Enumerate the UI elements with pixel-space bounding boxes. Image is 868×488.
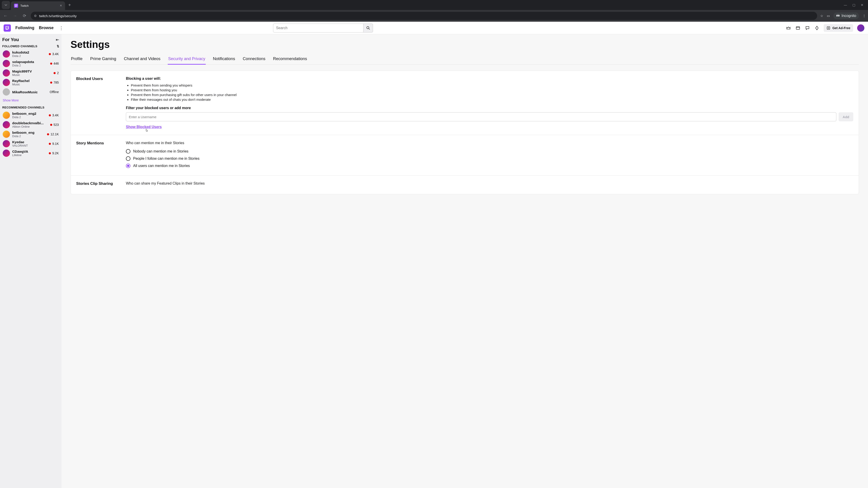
svg-point-0 — [367, 26, 369, 29]
bookmark-icon[interactable]: ☆ — [820, 14, 823, 18]
channel-name: RayRachel — [12, 79, 48, 83]
bits-icon[interactable] — [814, 25, 819, 31]
radio-icon — [126, 164, 130, 168]
search-button[interactable] — [364, 24, 373, 33]
blocking-effect-item: Prevent them from purchasing gift subs f… — [131, 92, 853, 97]
panel-icon[interactable]: ▭ — [827, 14, 830, 18]
live-dot-icon — [49, 114, 51, 116]
url-input[interactable]: ⚙ twitch.tv/settings/security — [31, 12, 817, 20]
channel-game: Dota 2 — [12, 134, 45, 138]
back-button[interactable]: ← — [2, 13, 8, 19]
story-mentions-section: Story Mentions Who can mention me in the… — [71, 135, 859, 175]
story-mention-option[interactable]: People I follow can mention me in Storie… — [126, 155, 853, 162]
new-tab-button[interactable]: + — [66, 2, 73, 8]
site-info-icon[interactable]: ⚙ — [34, 14, 37, 18]
channel-item[interactable]: RayRachel Music 785 — [2, 78, 59, 87]
channel-status: 446 — [50, 62, 59, 65]
channel-item[interactable]: solapsapdota Dota 2 446 — [2, 59, 59, 68]
nav-following[interactable]: Following — [16, 26, 34, 30]
channel-status: 3.4K — [49, 113, 59, 117]
browser-tab[interactable]: Twitch × — [11, 1, 65, 10]
tab-profile[interactable]: Profile — [70, 54, 83, 64]
channel-item[interactable]: betboom_eng Dota 2 12.1K — [2, 129, 59, 139]
viewer-count: 12.1K — [51, 132, 59, 136]
channel-item[interactable]: kukudota2 Dota 2 3.4K — [2, 49, 59, 59]
incognito-badge[interactable]: 🕶 Incognito — [833, 12, 859, 19]
maximize-button[interactable]: ▢ — [852, 3, 855, 7]
minimize-button[interactable]: ― — [844, 3, 847, 7]
channel-item[interactable]: Kyedae VALORANT 9.1K — [2, 139, 59, 149]
tab-notifications[interactable]: Notifications — [213, 54, 236, 64]
followed-channels-heading: FOLLOWED CHANNELS — [2, 44, 37, 48]
channel-item[interactable]: CDawgVA Lifeline 9.2K — [2, 149, 59, 158]
svg-rect-1 — [796, 27, 800, 29]
close-window-button[interactable]: ✕ — [861, 3, 864, 7]
tab-recommendations[interactable]: Recommendations — [273, 54, 307, 64]
radio-icon — [126, 156, 130, 161]
channel-item[interactable]: doublebacknvalbi... Albion Online 523 — [2, 120, 59, 129]
live-dot-icon — [49, 152, 51, 154]
get-ad-free-button[interactable]: Get Ad-Free — [824, 24, 853, 32]
live-dot-icon — [47, 133, 49, 135]
search-wrap — [273, 24, 373, 33]
adfree-label: Get Ad-Free — [832, 26, 850, 30]
tab-prime-gaming[interactable]: Prime Gaming — [90, 54, 117, 64]
viewer-count: 9.1K — [52, 142, 59, 145]
channel-status: Offline — [50, 90, 59, 94]
user-avatar[interactable] — [857, 24, 864, 32]
show-blocked-users-link[interactable]: Show Blocked Users — [126, 125, 162, 129]
add-blocked-button[interactable]: Add — [839, 112, 853, 121]
twitch-logo[interactable] — [4, 24, 11, 32]
channel-name: kukudota2 — [12, 51, 46, 54]
channel-name: doublebacknvalbi... — [12, 121, 48, 125]
search-input[interactable] — [273, 24, 364, 33]
nav-browse[interactable]: Browse — [39, 26, 54, 30]
nav-more-icon[interactable]: ⋮ — [58, 25, 64, 31]
tab-channel-and-videos[interactable]: Channel and Videos — [123, 54, 161, 64]
inbox-icon[interactable] — [795, 25, 801, 31]
window-controls: ― ▢ ✕ — [844, 3, 866, 7]
recommended-channels-heading: RECOMMENDED CHANNELS — [2, 106, 44, 109]
clip-sharing-sub: Who can share my Featured Clips in their… — [126, 182, 853, 186]
channel-name: solapsapdota — [12, 60, 48, 64]
blocking-effect-item: Filter their messages out of chats you d… — [131, 97, 853, 102]
channel-item[interactable]: MikaRoseMusic Offline — [2, 87, 59, 97]
viewer-count: 9.2K — [52, 151, 59, 155]
channel-avatar — [3, 150, 10, 157]
url-text: twitch.tv/settings/security — [39, 14, 76, 18]
story-mention-option[interactable]: All users can mention me in Stories — [126, 162, 853, 169]
channel-game: Music — [12, 73, 51, 76]
prime-loot-icon[interactable] — [786, 25, 791, 31]
whispers-icon[interactable] — [805, 25, 810, 31]
channel-name: betboom_eng — [12, 131, 45, 134]
blocking-lead: Blocking a user will: — [126, 76, 853, 80]
browser-chrome: Twitch × + ― ▢ ✕ ← → ⟳ ⚙ twitch.tv/setti… — [0, 0, 868, 22]
tab-security-and-privacy[interactable]: Security and Privacy — [168, 54, 206, 65]
tab-connections[interactable]: Connections — [242, 54, 266, 64]
radio-label: Nobody can mention me in Stories — [133, 149, 188, 153]
page-title: Settings — [70, 39, 859, 50]
blocking-effects-list: Prevent them from sending you whispersPr… — [126, 83, 853, 102]
channel-status: 9.2K — [49, 151, 59, 155]
blocking-effect-item: Prevent them from hosting you — [131, 88, 853, 92]
channel-status: 3.4K — [49, 52, 59, 56]
tab-list-dropdown[interactable] — [2, 1, 10, 9]
story-mention-option[interactable]: Nobody can mention me in Stories — [126, 148, 853, 155]
incognito-label: Incognito — [842, 14, 856, 18]
show-more-link[interactable]: Show More — [2, 97, 59, 104]
reload-button[interactable]: ⟳ — [21, 13, 28, 19]
channel-avatar — [3, 111, 10, 119]
close-tab-icon[interactable]: × — [60, 4, 62, 8]
channel-avatar — [3, 88, 10, 96]
sort-followed-icon[interactable]: ⇅ — [57, 44, 59, 48]
browser-menu-icon[interactable]: ⋮ — [863, 14, 866, 18]
channel-item[interactable]: betboom_eng2 Dota 2 3.4K — [2, 110, 59, 120]
channel-avatar — [3, 69, 10, 76]
channel-game: Dota 2 — [12, 116, 46, 119]
channel-avatar — [3, 51, 10, 58]
channel-item[interactable]: Magic899TV Music 2 — [2, 68, 59, 78]
channel-avatar — [3, 121, 10, 128]
live-dot-icon — [49, 143, 51, 145]
blocked-username-input[interactable] — [126, 112, 836, 121]
collapse-sidebar-icon[interactable]: ⇤ — [56, 37, 59, 42]
